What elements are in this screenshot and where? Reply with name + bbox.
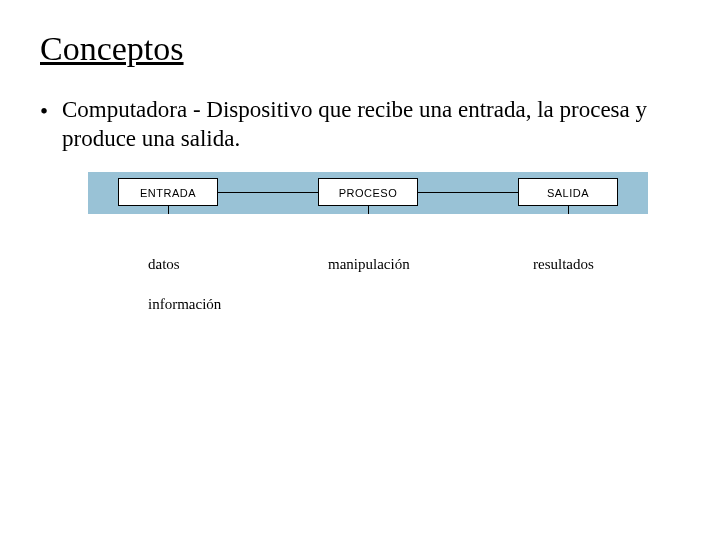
label-manipulacion: manipulación [328, 256, 410, 273]
diagram-stub [168, 206, 169, 214]
diagram-connector [218, 192, 318, 193]
diagram-stub [568, 206, 569, 214]
slide-title: Conceptos [40, 30, 680, 68]
process-diagram: ENTRADA PROCESO SALIDA [88, 172, 648, 214]
slide: Conceptos • Computadora - Dispositivo qu… [0, 0, 720, 540]
diagram-box-proceso: PROCESO [318, 178, 418, 206]
labels-row-2: información [88, 296, 648, 320]
bullet-item: • Computadora - Dispositivo que recibe u… [40, 96, 680, 154]
bullet-text: Computadora - Dispositivo que recibe una… [62, 96, 680, 154]
label-datos: datos [148, 256, 180, 273]
label-informacion: información [148, 296, 221, 313]
labels-row-1: datos manipulación resultados [88, 256, 648, 280]
label-resultados: resultados [533, 256, 594, 273]
diagram-stub [368, 206, 369, 214]
diagram-connector [418, 192, 518, 193]
diagram-box-salida: SALIDA [518, 178, 618, 206]
diagram-box-entrada: ENTRADA [118, 178, 218, 206]
bullet-dot: • [40, 96, 62, 127]
